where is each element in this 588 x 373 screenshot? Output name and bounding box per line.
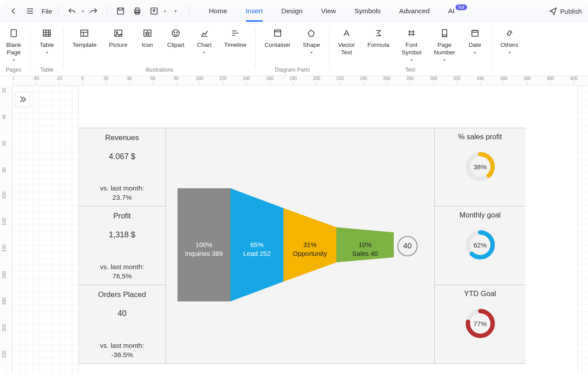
export-button[interactable] xyxy=(147,4,161,18)
gauge-0[interactable]: % sales profit 38% xyxy=(434,128,525,206)
svg-rect-17 xyxy=(442,35,447,37)
svg-rect-18 xyxy=(472,30,478,36)
chart-icon xyxy=(199,27,210,39)
publish-button[interactable]: Publish xyxy=(549,7,582,15)
file-menu-label[interactable]: File xyxy=(41,8,52,15)
tab-design[interactable]: Design xyxy=(281,4,302,18)
funnel-chart: 100%Inquiries 38965%Lead 25231%Opportuni… xyxy=(177,188,394,301)
container-button[interactable]: Container xyxy=(258,26,297,55)
tab-home[interactable]: Home xyxy=(209,4,227,18)
ruler-vertical: 20406080100120140160180200220 xyxy=(0,86,12,373)
metric-profit[interactable]: Profit 1,318 $ vs. last month:76.5% xyxy=(79,206,166,285)
redo-icon xyxy=(89,7,98,15)
svg-point-13 xyxy=(177,32,177,33)
donut-chart: 38% xyxy=(464,151,496,183)
chevron-left-icon xyxy=(9,7,18,15)
funnel-end-value: 40 xyxy=(397,236,418,256)
gauge-title: YTD Goal xyxy=(464,289,496,298)
smiley-icon xyxy=(170,27,181,39)
others-button[interactable]: Others▾ xyxy=(494,26,525,55)
funnel-segment-label: 100%Inquiries 389 xyxy=(185,240,223,259)
metric-value: 4.067 $ xyxy=(109,152,135,161)
print-button[interactable] xyxy=(130,4,144,18)
svg-rect-6 xyxy=(43,30,50,36)
canvas[interactable]: Revenues 4.067 $ vs. last month:23.7% Pr… xyxy=(12,86,588,373)
funnel-segment-label: 65%Lead 252 xyxy=(243,240,271,259)
tab-symbols[interactable]: Symbols xyxy=(354,4,381,18)
vector-text-button[interactable]: Vector Text xyxy=(332,26,361,62)
ruler-horizontal: 0-40-20020406080100120140160180200220240… xyxy=(12,76,588,86)
group-table-label: Table xyxy=(40,67,53,76)
group-diagram-label: Diagram Parts xyxy=(275,67,310,76)
template-button[interactable]: Template xyxy=(66,26,103,55)
tab-ai[interactable]: AIhot xyxy=(448,4,466,18)
tab-insert[interactable]: Insert xyxy=(246,4,263,18)
tab-advanced[interactable]: Advanced xyxy=(399,4,430,18)
donut-chart: 77% xyxy=(464,308,496,339)
metric-orders[interactable]: Orders Placed 40 vs. last month:-38.5% xyxy=(79,285,166,364)
picture-icon xyxy=(113,27,124,39)
vector-text-icon xyxy=(341,27,352,39)
gauge-title: Monthly goal xyxy=(460,211,501,219)
shape-icon xyxy=(305,27,317,39)
save-icon xyxy=(116,7,125,15)
metric-title: Orders Placed xyxy=(98,290,146,299)
svg-rect-2 xyxy=(136,8,139,10)
svg-rect-7 xyxy=(81,30,88,36)
shape-button[interactable]: Shape▾ xyxy=(297,26,326,55)
clipart-button[interactable]: Clipart xyxy=(161,26,191,55)
star-icon xyxy=(142,27,153,39)
funnel-panel[interactable]: 100%Inquiries 38965%Lead 25231%Opportuni… xyxy=(166,128,434,364)
svg-rect-16 xyxy=(442,30,447,37)
undo-button[interactable] xyxy=(65,4,79,18)
link-icon xyxy=(504,27,515,39)
redo-button[interactable] xyxy=(87,4,101,18)
chart-button[interactable]: Chart▾ xyxy=(191,26,218,55)
save-button[interactable] xyxy=(113,4,128,18)
more-quick-button[interactable]: ▾ xyxy=(169,4,183,18)
back-button[interactable] xyxy=(6,4,20,18)
icon-button[interactable]: Icon xyxy=(134,26,161,55)
print-icon xyxy=(133,7,142,15)
hamburger-icon xyxy=(26,7,34,15)
page-number-icon xyxy=(439,27,450,39)
gauge-value: 62% xyxy=(464,229,496,261)
svg-rect-0 xyxy=(117,8,124,14)
document-page[interactable]: Revenues 4.067 $ vs. last month:23.7% Pr… xyxy=(79,86,577,373)
svg-rect-14 xyxy=(275,30,281,36)
expand-panel-button[interactable] xyxy=(15,92,30,107)
metric-revenues[interactable]: Revenues 4.067 $ vs. last month:23.7% xyxy=(79,128,166,206)
hash-icon xyxy=(406,27,417,39)
metrics-left: Revenues 4.067 $ vs. last month:23.7% Pr… xyxy=(79,128,166,364)
menu-button[interactable] xyxy=(23,4,37,18)
font-symbol-button[interactable]: Font Symbol▾ xyxy=(396,26,428,62)
formula-button[interactable]: Formula xyxy=(361,26,396,62)
page-icon xyxy=(8,27,19,39)
gauge-value: 77% xyxy=(464,308,496,339)
gauge-1[interactable]: Monthly goal 62% xyxy=(434,206,525,285)
funnel-segment-label: 10%Sales 40 xyxy=(352,240,378,259)
svg-point-9 xyxy=(116,32,117,33)
timeline-button[interactable]: Timeline xyxy=(218,26,253,55)
table-icon xyxy=(41,27,53,39)
paper-plane-icon xyxy=(549,7,558,15)
export-icon xyxy=(150,7,158,15)
metrics-right: % sales profit 38% Monthly goal 62% YTD … xyxy=(434,128,525,364)
blank-page-button[interactable]: Blank Page▾ xyxy=(0,26,27,62)
page-number-button[interactable]: Page Number▾ xyxy=(428,26,461,62)
date-button[interactable]: Date▾ xyxy=(461,26,489,62)
svg-point-12 xyxy=(174,32,175,33)
insert-ribbon: Blank Page▾ Pages Table▾ Table Template … xyxy=(0,22,588,76)
picture-button[interactable]: Picture xyxy=(103,26,134,55)
menu-tabs: Home Insert Design View Symbols Advanced… xyxy=(209,4,466,18)
gauge-2[interactable]: YTD Goal 77% xyxy=(434,285,525,364)
gauge-value: 38% xyxy=(464,151,496,183)
undo-icon xyxy=(68,7,76,15)
donut-chart: 62% xyxy=(464,229,496,261)
timeline-icon xyxy=(230,27,241,39)
svg-point-11 xyxy=(172,30,179,37)
table-button[interactable]: Table▾ xyxy=(33,26,60,55)
undo-caret[interactable]: ▾ xyxy=(82,9,84,14)
tab-view[interactable]: View xyxy=(321,4,336,18)
export-caret[interactable]: ▾ xyxy=(164,9,166,14)
